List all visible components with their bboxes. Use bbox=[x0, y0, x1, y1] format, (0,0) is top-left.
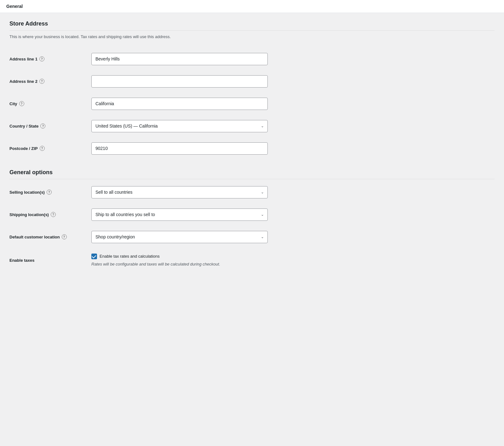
default-customer-location-select[interactable]: Shop country/region bbox=[91, 231, 268, 243]
postcode-row: Postcode / ZIP ? bbox=[9, 137, 495, 160]
default-customer-location-row: Default customer location ? Shop country… bbox=[9, 226, 495, 248]
country-state-select[interactable]: United States (US) — California bbox=[91, 120, 268, 132]
top-bar-title: General bbox=[6, 4, 23, 9]
enable-taxes-row: Enable taxes Enable tax rates and calcul… bbox=[9, 248, 495, 273]
store-address-form: Address line 1 ? Address line 2 ? bbox=[9, 48, 495, 160]
country-state-select-wrapper: United States (US) — California ⌄ bbox=[91, 120, 268, 132]
shipping-location-help-icon[interactable]: ? bbox=[51, 212, 56, 217]
address-line2-label: Address line 2 bbox=[9, 79, 37, 84]
shipping-location-select[interactable]: Ship to all countries you sell to bbox=[91, 209, 268, 221]
address-line2-label-wrap: Address line 2 ? bbox=[9, 79, 85, 84]
shipping-location-select-wrapper: Ship to all countries you sell to ⌄ bbox=[91, 209, 268, 221]
address-line2-row: Address line 2 ? bbox=[9, 70, 495, 93]
postcode-label: Postcode / ZIP bbox=[9, 146, 38, 151]
postcode-label-wrap: Postcode / ZIP ? bbox=[9, 146, 85, 151]
selling-location-help-icon[interactable]: ? bbox=[47, 190, 52, 195]
selling-location-label-wrap: Selling location(s) ? bbox=[9, 190, 85, 195]
enable-taxes-checkbox-label: Enable tax rates and calculations bbox=[100, 253, 160, 260]
enable-taxes-checkbox[interactable] bbox=[91, 254, 97, 259]
city-label-wrap: City ? bbox=[9, 101, 85, 106]
selling-location-row: Selling location(s) ? Sell to all countr… bbox=[9, 181, 495, 203]
address-line1-help-icon[interactable]: ? bbox=[39, 56, 44, 61]
general-options-form: Selling location(s) ? Sell to all countr… bbox=[9, 181, 495, 273]
selling-location-label: Selling location(s) bbox=[9, 190, 45, 195]
postcode-help-icon[interactable]: ? bbox=[40, 146, 45, 151]
address-line2-help-icon[interactable]: ? bbox=[39, 79, 44, 84]
country-state-label-wrap: Country / State ? bbox=[9, 123, 85, 129]
shipping-location-label-wrap: Shipping location(s) ? bbox=[9, 212, 85, 217]
shipping-location-label: Shipping location(s) bbox=[9, 212, 49, 217]
enable-taxes-label-wrap: Enable taxes bbox=[9, 258, 85, 263]
address-line1-label: Address line 1 bbox=[9, 57, 37, 61]
enable-taxes-label: Enable taxes bbox=[9, 258, 35, 263]
default-customer-location-label: Default customer location bbox=[9, 235, 60, 239]
address-line1-label-wrap: Address line 1 ? bbox=[9, 56, 85, 61]
main-content: Store Address This is where your busines… bbox=[0, 13, 504, 282]
enable-taxes-help-text: Rates will be configurable and taxes wil… bbox=[91, 261, 495, 268]
store-address-section: Store Address This is where your busines… bbox=[0, 13, 504, 282]
store-address-title: Store Address bbox=[9, 20, 495, 31]
top-bar: General bbox=[0, 0, 504, 13]
general-options-title: General options bbox=[9, 169, 495, 179]
country-state-help-icon[interactable]: ? bbox=[40, 123, 45, 129]
store-address-desc: This is where your business is located. … bbox=[9, 34, 495, 40]
country-state-row: Country / State ? United States (US) — C… bbox=[9, 115, 495, 137]
selling-location-select[interactable]: Sell to all countries bbox=[91, 186, 268, 198]
default-customer-location-help-icon[interactable]: ? bbox=[62, 234, 67, 239]
shipping-location-row: Shipping location(s) ? Ship to all count… bbox=[9, 203, 495, 226]
address-line1-input[interactable] bbox=[91, 53, 268, 65]
city-help-icon[interactable]: ? bbox=[19, 101, 24, 106]
default-customer-location-select-wrapper: Shop country/region ⌄ bbox=[91, 231, 268, 243]
address-line1-row: Address line 1 ? bbox=[9, 48, 495, 70]
address-line2-input[interactable] bbox=[91, 75, 268, 88]
selling-location-select-wrapper: Sell to all countries ⌄ bbox=[91, 186, 268, 198]
enable-taxes-checkbox-row: Enable tax rates and calculations bbox=[91, 253, 495, 260]
city-row: City ? bbox=[9, 93, 495, 115]
enable-taxes-field: Enable tax rates and calculations Rates … bbox=[91, 253, 495, 268]
city-label: City bbox=[9, 101, 17, 106]
default-customer-location-label-wrap: Default customer location ? bbox=[9, 234, 85, 239]
city-input[interactable] bbox=[91, 98, 268, 110]
postcode-input[interactable] bbox=[91, 142, 268, 155]
country-state-label: Country / State bbox=[9, 124, 38, 129]
